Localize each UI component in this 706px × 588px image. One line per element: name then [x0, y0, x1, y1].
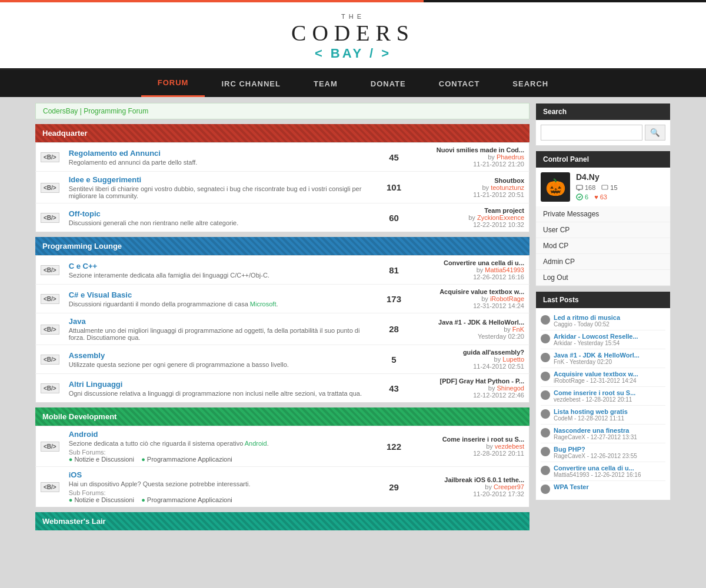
post-title-link[interactable]: Lista hosting web gratis — [554, 408, 665, 415]
nav-team[interactable]: TEAM — [297, 71, 354, 96]
nav-irc[interactable]: IRC CHANNEL — [205, 71, 297, 96]
post-title-link[interactable]: Come inserire i root su S... — [554, 389, 665, 396]
post-title-link[interactable]: Arkidar - Lowcost Reselle... — [554, 333, 665, 340]
post-count: 173 — [377, 285, 412, 313]
post-bubble — [541, 447, 550, 456]
forum-info: C e C++ Sezione interamente dedicata all… — [64, 256, 377, 285]
breadcrumb: CodersBay | Programming Forum — [35, 103, 530, 119]
search-input[interactable] — [541, 125, 642, 141]
forum-info: Idee e Suggerimenti Sentitevi liberi di … — [64, 172, 377, 203]
last-post: Jailbreak iOS 6.0.1 tethe... by Creeper9… — [412, 467, 530, 507]
forum-desc: Utilizzate questa sezione per ogni gener… — [69, 361, 372, 368]
forum-info: C# e Visual Basic Discussioni riguardant… — [64, 285, 377, 313]
forum-name-link[interactable]: Android — [69, 430, 98, 439]
forum-icon: <B/> — [36, 426, 64, 467]
post-title-link[interactable]: Acquisire value textbox w... — [554, 370, 665, 377]
table-row: <B/> Regolamento ed Annunci Regolamento … — [36, 143, 530, 172]
section-prog-header: Programming Lounge — [35, 237, 530, 255]
subforum-label: Sub Forums: ● Notizie e Discussioni ● Pr… — [69, 489, 372, 503]
forum-name-link[interactable]: Assembly — [69, 351, 105, 360]
post-bubble — [541, 390, 550, 400]
username: D4.Ny — [576, 172, 618, 182]
post-title-link[interactable]: Nascondere una finestra — [554, 427, 665, 434]
prog-table: <B/> C e C++ Sezione interamente dedicat… — [35, 255, 530, 403]
forum-icon: <B/> — [36, 313, 64, 345]
last-post: Come inserire i root su S... by vezdebes… — [412, 426, 530, 467]
post-meta: Caggio - Today 00:52 — [554, 321, 665, 328]
post-text: Come inserire i root su S... vezdebest -… — [554, 389, 665, 403]
table-row: <B/> Assembly Utilizzate questa sezione … — [36, 345, 530, 374]
site-tagline: The — [0, 13, 706, 20]
private-messages-link[interactable]: Private Messages — [536, 206, 670, 222]
admin-cp-link[interactable]: Admin CP — [536, 254, 670, 270]
cp-user: 🎃 D4.Ny 168 15 — [536, 168, 670, 206]
last-post: Nuovi smilies made in Cod... by Phaedrus… — [412, 143, 530, 172]
forum-info: Android Sezione dedicata a tutto ciò che… — [64, 426, 377, 467]
post-bubble — [541, 466, 550, 475]
last-post: Convertire una cella di u... by Mattia54… — [412, 256, 530, 285]
post-meta: RageCaveX - 12-27-2012 13:31 — [554, 434, 665, 440]
post-text: Convertire una cella di u... Mattia54199… — [554, 465, 665, 478]
forum-name-link[interactable]: C e C++ — [69, 262, 97, 270]
forum-content: CodersBay | Programming Forum Headquarte… — [35, 103, 530, 530]
list-item: Bug PHP? RageCaveX - 12-26-2012 23:55 — [541, 443, 665, 462]
avatar: 🎃 — [541, 172, 570, 202]
post-title-link[interactable]: Led a ritmo di musica — [554, 314, 665, 321]
user-cp-link[interactable]: User CP — [536, 222, 670, 238]
forum-icon: <B/> — [36, 143, 64, 172]
forum-info: iOS Hai un dispositivo Apple? Questa sez… — [64, 467, 377, 507]
post-title-link[interactable]: Convertire una cella di u... — [554, 465, 665, 472]
forum-icon: <B/> — [36, 256, 64, 285]
post-text: Lista hosting web gratis CodeM - 12-28-2… — [554, 408, 665, 422]
last-post: Team project by ZyckionExxence 12-22-201… — [412, 203, 530, 232]
section-web-header: Webmaster's Lair — [35, 512, 530, 530]
forum-name-link[interactable]: Altri Linguaggi — [69, 380, 123, 389]
nav-contact[interactable]: CONTACT — [422, 71, 497, 96]
post-title-link[interactable]: Java #1 - JDK & HelloWorl... — [554, 352, 665, 359]
forum-name-link[interactable]: iOS — [69, 470, 82, 479]
mod-cp-link[interactable]: Mod CP — [536, 238, 670, 254]
search-button[interactable]: 🔍 — [645, 125, 665, 141]
logout-link[interactable]: Log Out — [536, 270, 670, 286]
last-post: Shoutbox by teotunztunz 11-21-2012 20:51 — [412, 172, 530, 203]
cp-stats: 168 15 — [576, 184, 618, 191]
rep-icon — [576, 193, 583, 201]
post-count: 101 — [377, 172, 412, 203]
svg-rect-1 — [602, 185, 608, 189]
site-header: The CODERS < BAY / > — [0, 2, 706, 70]
forum-name-link[interactable]: Java — [69, 317, 86, 326]
forum-name-link[interactable]: Idee e Suggerimenti — [69, 175, 142, 184]
list-item: Java #1 - JDK & HelloWorl... FnK - Yeste… — [541, 349, 665, 368]
forum-name-link[interactable]: Off-topic — [69, 209, 101, 218]
post-meta: iRobotRage - 12-31-2012 14:24 — [554, 377, 665, 384]
forum-info: Off-topic Discussioni generali che non r… — [64, 203, 377, 232]
forum-name-link[interactable]: C# e Visual Basic — [69, 290, 132, 299]
list-item: Nascondere una finestra RageCaveX - 12-2… — [541, 425, 665, 443]
heart-count: ♥ 63 — [594, 193, 607, 201]
forum-icon: <B/> — [36, 172, 64, 203]
post-bubble — [541, 485, 550, 494]
forum-name-link[interactable]: Regolamento ed Annunci — [69, 149, 161, 158]
table-row: <B/> C e C++ Sezione interamente dedicat… — [36, 256, 530, 285]
search-header: Search — [536, 103, 670, 120]
post-title-link[interactable]: Bug PHP? — [554, 446, 665, 453]
list-item: Led a ritmo di musica Caggio - Today 00:… — [541, 312, 665, 330]
nav-donate[interactable]: DONATE — [354, 71, 422, 96]
post-count: 43 — [377, 374, 412, 403]
forum-info: Altri Linguaggi Ogni discussione relativ… — [64, 374, 377, 403]
post-bubble — [541, 428, 550, 437]
section-hq-header: Headquarter — [35, 124, 530, 142]
post-count: 122 — [377, 426, 412, 467]
table-row: <B/> Android Sezione dedicata a tutto ci… — [36, 426, 530, 467]
last-posts-list: Led a ritmo di musica Caggio - Today 00:… — [536, 308, 670, 500]
post-count: 28 — [377, 313, 412, 345]
post-text: Arkidar - Lowcost Reselle... Arkidar - Y… — [554, 333, 665, 346]
nav-forum[interactable]: FORUM — [141, 70, 205, 97]
nav-search[interactable]: SEARCH — [496, 71, 565, 96]
sidebar: Search 🔍 Control Panel 🎃 D4.Ny 168 — [535, 103, 671, 530]
forum-info: Assembly Utilizzate questa sezione per o… — [64, 345, 377, 374]
last-post: Java #1 - JDK & HelloWorl... by FnK Yest… — [412, 313, 530, 345]
forum-info: Regolamento ed Annunci Regolamento ed an… — [64, 143, 377, 172]
post-title-link[interactable]: WPA Tester — [554, 483, 665, 490]
forum-info: Java Attualmente uno dei migliori lingua… — [64, 313, 377, 345]
